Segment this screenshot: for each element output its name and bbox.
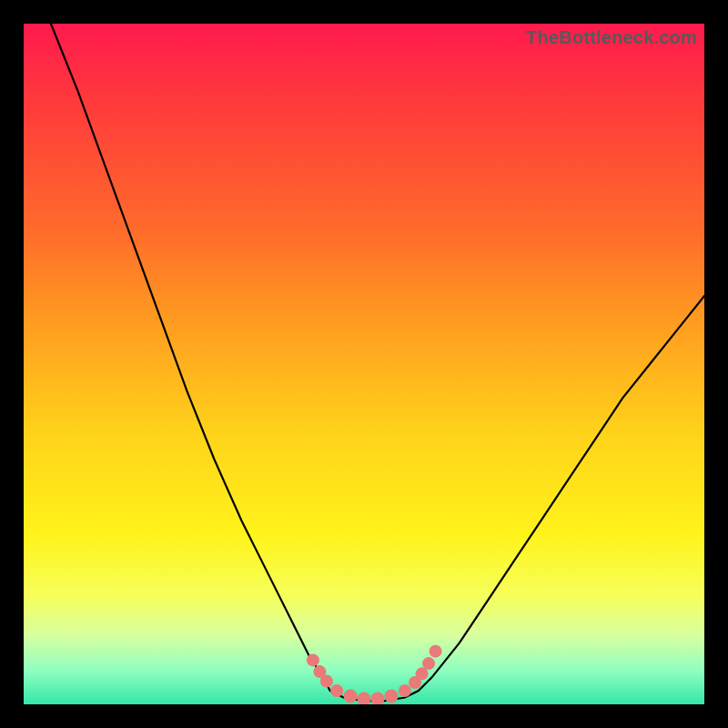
highlight-dot — [344, 690, 358, 703]
highlight-dot — [430, 645, 442, 658]
highlight-dot — [399, 684, 411, 697]
curve-layer — [24, 24, 704, 704]
highlight-dot — [320, 675, 333, 688]
highlight-dot — [330, 684, 343, 697]
plot-area: TheBottleneck.com — [24, 24, 704, 704]
highlight-dot — [358, 693, 371, 704]
highlight-dot — [307, 653, 319, 666]
highlight-dot — [422, 657, 435, 670]
highlight-dot — [384, 690, 398, 703]
bottleneck-curve — [51, 24, 704, 701]
chart-frame: TheBottleneck.com — [0, 0, 728, 728]
highlight-dot — [370, 693, 384, 704]
